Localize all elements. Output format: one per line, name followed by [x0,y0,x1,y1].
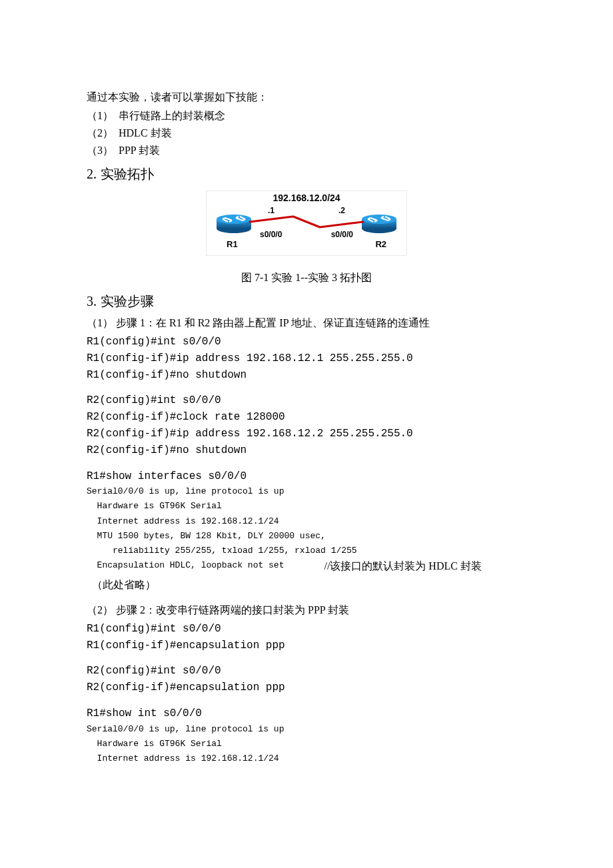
skill-item: （2）HDLC 封装 [87,125,526,141]
code-r1-show-cmd: R1#show interfaces s0/0/0 [87,468,526,485]
code-r1-config: R1(config)#int s0/0/0 R1(config-if)#ip a… [87,334,526,383]
network-label: 192.168.12.0/24 [273,191,340,205]
port-label-2: s0/0/0 [331,228,353,240]
skill-text: PPP 封装 [119,145,160,156]
router-r2-label: R2 [375,238,386,251]
section-title: 实验步骤 [101,294,154,308]
skill-text: 串行链路上的封装概念 [119,110,225,121]
port-label-1: s0/0/0 [260,228,282,240]
figure-caption: 图 7-1 实验 1--实验 3 拓扑图 [87,270,526,286]
encap-text: Encapsulation HDLC, loopback not set [87,558,284,574]
encap-comment: //该接口的默认封装为 HDLC 封装 [324,558,481,574]
code-r2-config: R2(config)#int s0/0/0 R2(config-if)#cloc… [87,392,526,458]
code-r1-show-output: Serial0/0/0 is up, line protocol is up H… [87,484,526,558]
intro-text: 通过本实验，读者可以掌握如下技能： [87,89,526,105]
step-2: （2） 步骤 2：改变串行链路两端的接口封装为 PPP 封装 [87,602,526,618]
host-addr-2: .2 [338,205,345,217]
section-topology: 2. 实验拓扑 [87,164,526,184]
section-steps: 3. 实验步骤 [87,291,526,311]
topology-diagram: 192.168.12.0/24 [206,191,407,256]
router-r2-icon [361,210,397,234]
omitted-text: （此处省略） [92,577,526,593]
encap-line: Encapsulation HDLC, loopback not set //该… [87,558,526,574]
code-r1-show2-cmd: R1#show int s0/0/0 [87,705,526,722]
step-1: （1） 步骤 1：在 R1 和 R2 路由器上配置 IP 地址、保证直连链路的连… [87,315,526,331]
section-num: 3. [87,294,97,308]
skill-item: （3）PPP 封装 [87,143,526,159]
router-r1-label: R1 [227,238,238,251]
skill-num: （3） [87,143,119,159]
skill-text: HDLC 封装 [119,127,172,139]
section-title: 实验拓扑 [101,167,154,181]
skill-num: （2） [87,125,119,141]
section-num: 2. [87,167,97,181]
code-r1-show2-output: Serial0/0/0 is up, line protocol is up H… [87,722,526,766]
svg-point-5 [362,215,396,224]
skill-item: （1）串行链路上的封装概念 [87,108,526,124]
topology-figure: 192.168.12.0/24 [87,191,526,260]
host-addr-1: .1 [268,205,275,217]
code-r1-ppp: R1(config)#int s0/0/0 R1(config-if)#enca… [87,621,526,654]
skill-num: （1） [87,108,119,124]
serial-link-icon [247,214,366,230]
code-r2-ppp: R2(config)#int s0/0/0 R2(config-if)#enca… [87,663,526,696]
